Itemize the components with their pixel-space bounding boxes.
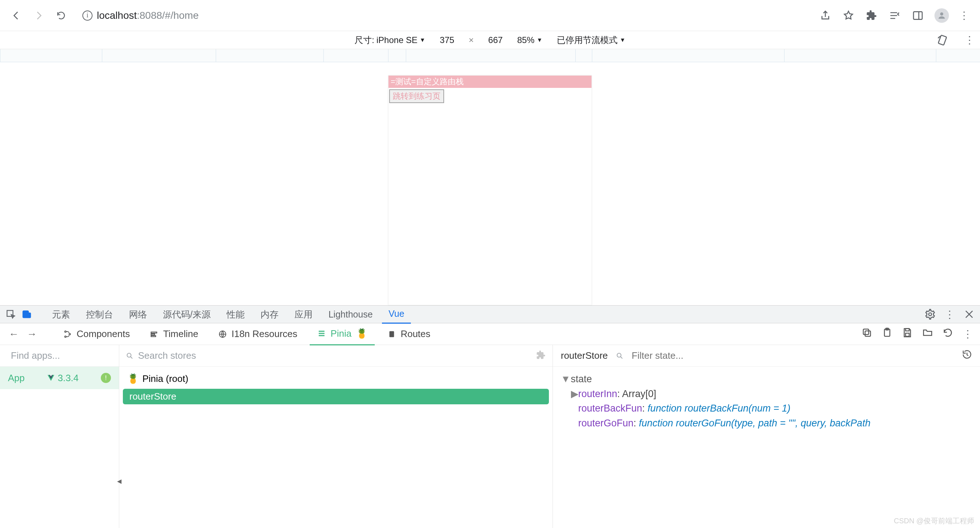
pineapple-icon: 🍍 [356,328,368,339]
watermark: CSDN @俊哥前端工程师 [894,516,974,526]
state-key: routerGoFun [578,418,633,429]
tab-sources[interactable]: 源代码/来源 [156,305,217,324]
address-bar[interactable]: i localhost:8088/#/home [75,5,813,26]
chevron-down-icon: ▼ [620,37,625,43]
plugin-icon[interactable] [536,350,546,363]
save-icon[interactable] [902,327,913,341]
toggle-device-icon[interactable] [20,308,33,321]
apps-search-row [0,345,119,367]
svg-rect-16 [863,329,869,335]
state-row[interactable]: routerGoFun: function routerGoFun(type, … [561,416,972,431]
search-icon [126,352,134,360]
app-row[interactable]: App 3.3.4 ! [0,367,119,389]
browser-toolbar: i localhost:8088/#/home ⋮ [0,0,980,31]
svg-rect-12 [151,336,156,337]
device-menu-icon[interactable]: ⋮ [959,34,980,46]
svg-rect-10 [151,332,157,333]
vue-subnav-right: ⋮ [861,327,973,341]
goto-practice-button[interactable]: 跳转到练习页 [389,89,444,103]
svg-point-6 [929,313,932,316]
tab-application[interactable]: 应用 [288,305,319,324]
pineapple-icon: 🍍 [127,373,139,384]
back-arrow-button[interactable]: ← [7,329,20,340]
state-section-label: state [571,373,592,384]
chrome-menu-icon[interactable]: ⋮ [959,10,969,21]
vtab-routes[interactable]: Routes [380,323,438,345]
vtab-i18n[interactable]: I18n Resources [211,323,305,345]
vue-menu-icon[interactable]: ⋮ [963,328,973,340]
svg-point-1 [940,12,943,16]
apps-search-input[interactable] [11,350,128,361]
svg-rect-15 [865,331,870,337]
responsive-viewport: =测试=自定义路由栈 跳转到练习页 [0,62,980,305]
vue-version: 3.3.4 [58,372,79,384]
store-root[interactable]: 🍍 Pinia (root) [123,371,549,387]
reload-button[interactable] [53,7,69,24]
throttle-selector[interactable]: 已停用节流模式 ▼ [557,34,625,46]
devtools-menu-icon[interactable]: ⋮ [945,308,955,321]
svg-rect-11 [151,334,155,335]
inspect-element-icon[interactable] [4,308,18,321]
vtab-components-label: Components [76,329,130,340]
store-list: 🍍 Pinia (root) routerStore [119,367,552,409]
zoom-selector[interactable]: 85% ▼ [517,35,542,45]
svg-point-22 [127,353,131,357]
app-name: App [8,372,25,384]
side-panel-icon[interactable] [912,9,924,22]
state-section-row[interactable]: ▼ state [561,372,972,387]
state-value: : Array[0] [617,388,656,399]
back-button[interactable] [8,7,25,24]
state-key: routerInn [578,388,617,399]
stores-pane: 🍍 Pinia (root) routerStore ◀ [119,345,553,528]
device-selector[interactable]: 尺寸: iPhone SE ▼ [355,34,425,46]
svg-point-23 [617,353,621,357]
list-icon [317,329,326,338]
collapse-handle-icon[interactable]: ◀ [117,478,121,485]
rotate-icon[interactable] [936,33,949,47]
copy-icon[interactable] [861,327,872,341]
state-row[interactable]: ▶routerInn: Array[0] [561,387,972,401]
history-icon[interactable] [962,349,972,362]
stores-search-input[interactable] [138,350,546,361]
vtab-timeline[interactable]: Timeline [142,323,205,345]
function-keyword: function [639,418,673,429]
viewport-width[interactable]: 375 [440,35,454,45]
svg-rect-5 [27,313,30,318]
forward-button[interactable] [30,7,47,24]
svg-rect-14 [389,331,394,337]
ruler [0,49,980,62]
vtab-timeline-label: Timeline [163,329,198,340]
viewport-height[interactable]: 667 [488,35,503,45]
tab-console[interactable]: 控制台 [80,305,119,324]
state-row[interactable]: routerBackFun: function routerBackFun(nu… [561,401,972,416]
device-toolbar: 尺寸: iPhone SE ▼ 375 × 667 85% ▼ 已停用节流模式 … [0,31,980,49]
function-signature: routerBackFun(num = 1) [684,403,790,414]
share-icon[interactable] [819,9,832,22]
tab-performance[interactable]: 性能 [220,305,251,324]
vtab-pinia[interactable]: Pinia 🍍 [310,323,375,345]
folder-icon[interactable] [922,327,933,341]
tab-network[interactable]: 网络 [123,305,154,324]
tab-vue[interactable]: Vue [382,305,411,324]
tab-lighthouse[interactable]: Lighthouse [322,306,379,323]
site-info-icon[interactable]: i [83,11,92,21]
close-devtools-icon[interactable] [963,308,976,321]
reading-list-icon[interactable] [888,9,901,22]
chevron-down-icon: ▼ [537,37,542,43]
bookmark-star-icon[interactable] [842,9,855,22]
store-item-routerstore[interactable]: routerStore [123,389,549,404]
url-host: localhost [97,10,137,21]
settings-gear-icon[interactable] [924,308,937,321]
timeline-icon [149,329,159,339]
extensions-icon[interactable] [865,9,878,22]
forward-arrow-button[interactable]: → [25,329,38,340]
tab-elements[interactable]: 元素 [46,305,76,324]
page-title: =测试=自定义路由栈 [388,76,592,88]
state-filter-input[interactable] [632,350,954,361]
vtab-components[interactable]: Components [56,323,137,345]
refresh-icon[interactable] [942,327,953,341]
profile-avatar[interactable] [934,8,949,23]
svg-rect-3 [7,311,13,316]
clipboard-icon[interactable] [882,327,892,341]
tab-memory[interactable]: 内存 [254,305,285,324]
